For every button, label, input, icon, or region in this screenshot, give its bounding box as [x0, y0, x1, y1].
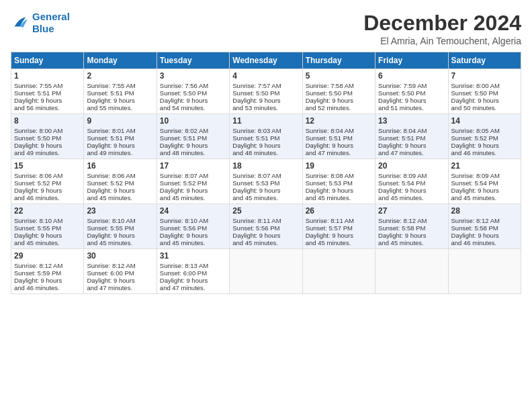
day-info-line: Sunrise: 8:13 AM — [160, 262, 226, 269]
calendar-cell: 28Sunrise: 8:12 AMSunset: 5:58 PMDayligh… — [448, 204, 521, 249]
calendar-cell: 9Sunrise: 8:01 AMSunset: 5:51 PMDaylight… — [84, 114, 157, 159]
calendar-cell: 6Sunrise: 7:59 AMSunset: 5:50 PMDaylight… — [375, 69, 448, 114]
calendar-week-4: 22Sunrise: 8:10 AMSunset: 5:55 PMDayligh… — [11, 204, 521, 249]
day-number: 31 — [160, 251, 226, 261]
day-info-line: Sunrise: 8:00 AM — [451, 82, 518, 89]
day-info-line: Sunrise: 8:05 AM — [451, 127, 518, 134]
calendar-cell: 31Sunrise: 8:13 AMSunset: 6:00 PMDayligh… — [157, 249, 229, 294]
calendar-cell: 7Sunrise: 8:00 AMSunset: 5:50 PMDaylight… — [448, 69, 521, 114]
day-info-line: Sunrise: 8:04 AM — [378, 127, 445, 134]
day-info-line: Sunset: 5:50 PM — [378, 89, 445, 97]
day-info-line: Sunrise: 7:59 AM — [378, 82, 445, 89]
calendar-cell: 12Sunrise: 8:04 AMSunset: 5:51 PMDayligh… — [302, 114, 375, 159]
calendar-cell: 14Sunrise: 8:05 AMSunset: 5:52 PMDayligh… — [448, 114, 521, 159]
day-info-line: Daylight: 9 hours — [14, 277, 81, 284]
day-number: 8 — [14, 116, 81, 126]
calendar-table: SundayMondayTuesdayWednesdayThursdayFrid… — [11, 52, 521, 294]
day-number: 27 — [378, 206, 445, 216]
day-info-line: and 50 minutes. — [451, 104, 518, 111]
calendar-cell: 10Sunrise: 8:02 AMSunset: 5:51 PMDayligh… — [157, 114, 229, 159]
day-info-line: Daylight: 9 hours — [160, 142, 226, 149]
day-info-line: Sunrise: 8:07 AM — [160, 172, 226, 179]
day-number: 10 — [160, 116, 226, 126]
calendar-cell: 5Sunrise: 7:58 AMSunset: 5:50 PMDaylight… — [302, 69, 375, 114]
logo-icon — [11, 13, 30, 32]
day-info-line: Sunrise: 8:12 AM — [451, 217, 518, 224]
day-number: 30 — [87, 251, 153, 261]
day-number: 1 — [14, 71, 81, 81]
day-number: 6 — [378, 71, 445, 81]
day-info-line: Sunset: 5:52 PM — [451, 134, 518, 142]
day-info-line: Sunrise: 7:56 AM — [160, 82, 226, 89]
day-info-line: Daylight: 9 hours — [232, 187, 299, 194]
day-info-line: Sunrise: 8:09 AM — [451, 172, 518, 179]
day-number: 4 — [232, 71, 299, 81]
day-info-line: Sunrise: 8:06 AM — [14, 172, 81, 179]
calendar-cell — [448, 249, 521, 294]
calendar-cell: 18Sunrise: 8:07 AMSunset: 5:53 PMDayligh… — [230, 159, 302, 204]
day-number: 9 — [87, 116, 153, 126]
day-info-line: Daylight: 9 hours — [451, 142, 518, 149]
calendar-cell: 23Sunrise: 8:10 AMSunset: 5:55 PMDayligh… — [84, 204, 157, 249]
day-number: 24 — [160, 206, 226, 216]
day-info-line: and 45 minutes. — [160, 239, 226, 246]
day-info-line: Sunrise: 8:11 AM — [232, 217, 299, 224]
day-info-line: Sunset: 5:50 PM — [451, 89, 518, 97]
title-block: December 2024 El Amria, Ain Temouchent, … — [363, 11, 521, 46]
day-info-line: and 46 minutes. — [451, 239, 518, 246]
day-info-line: Sunset: 5:54 PM — [451, 179, 518, 187]
day-info-line: Daylight: 9 hours — [14, 142, 81, 149]
page-header: General Blue December 2024 El Amria, Ain… — [11, 11, 521, 46]
day-info-line: Sunset: 5:52 PM — [160, 179, 226, 187]
day-info-line: and 45 minutes. — [306, 239, 372, 246]
col-header-tuesday: Tuesday — [157, 52, 229, 69]
day-info-line: and 45 minutes. — [378, 194, 445, 201]
day-info-line: Daylight: 9 hours — [14, 97, 81, 104]
day-number: 29 — [14, 251, 81, 261]
calendar-week-2: 8Sunrise: 8:00 AMSunset: 5:50 PMDaylight… — [11, 114, 521, 159]
day-info-line: Daylight: 9 hours — [232, 97, 299, 104]
day-info-line: Sunset: 5:53 PM — [232, 179, 299, 187]
header-row: SundayMondayTuesdayWednesdayThursdayFrid… — [11, 52, 521, 69]
day-info-line: Daylight: 9 hours — [378, 142, 445, 149]
day-number: 3 — [160, 71, 226, 81]
day-info-line: and 45 minutes. — [451, 194, 518, 201]
day-info-line: Sunset: 5:57 PM — [306, 224, 372, 232]
day-info-line: Sunrise: 8:03 AM — [232, 127, 299, 134]
calendar-cell — [302, 249, 375, 294]
day-info-line: and 46 minutes. — [14, 194, 81, 201]
calendar-cell: 19Sunrise: 8:08 AMSunset: 5:53 PMDayligh… — [302, 159, 375, 204]
day-info-line: Daylight: 9 hours — [306, 187, 372, 194]
day-info-line: Sunset: 5:52 PM — [14, 179, 81, 187]
calendar-cell: 2Sunrise: 7:55 AMSunset: 5:51 PMDaylight… — [84, 69, 157, 114]
day-info-line: Sunset: 5:59 PM — [14, 269, 81, 277]
day-number: 5 — [306, 71, 372, 81]
day-info-line: Daylight: 9 hours — [378, 97, 445, 104]
day-info-line: Daylight: 9 hours — [87, 142, 153, 149]
day-info-line: and 45 minutes. — [232, 194, 299, 201]
day-info-line: Sunset: 5:51 PM — [378, 134, 445, 142]
day-info-line: and 45 minutes. — [160, 194, 226, 201]
day-info-line: Daylight: 9 hours — [378, 187, 445, 194]
day-info-line: and 55 minutes. — [87, 104, 153, 111]
day-number: 25 — [232, 206, 299, 216]
day-info-line: and 56 minutes. — [14, 104, 81, 111]
calendar-cell: 22Sunrise: 8:10 AMSunset: 5:55 PMDayligh… — [11, 204, 84, 249]
calendar-cell: 1Sunrise: 7:55 AMSunset: 5:51 PMDaylight… — [11, 69, 84, 114]
col-header-saturday: Saturday — [448, 52, 521, 69]
day-number: 12 — [306, 116, 372, 126]
day-info-line: Daylight: 9 hours — [232, 142, 299, 149]
calendar-subtitle: El Amria, Ain Temouchent, Algeria — [363, 36, 521, 46]
day-info-line: Sunrise: 8:12 AM — [378, 217, 445, 224]
day-info-line: and 48 minutes. — [232, 149, 299, 156]
day-info-line: Daylight: 9 hours — [378, 232, 445, 239]
day-info-line: Sunset: 5:54 PM — [378, 179, 445, 187]
day-info-line: Daylight: 9 hours — [87, 232, 153, 239]
day-info-line: Sunrise: 7:55 AM — [87, 82, 153, 89]
day-info-line: Sunset: 5:55 PM — [87, 224, 153, 232]
day-info-line: Daylight: 9 hours — [14, 187, 81, 194]
col-header-sunday: Sunday — [11, 52, 84, 69]
day-info-line: and 52 minutes. — [306, 104, 372, 111]
day-info-line: Daylight: 9 hours — [87, 97, 153, 104]
day-info-line: and 47 minutes. — [378, 149, 445, 156]
